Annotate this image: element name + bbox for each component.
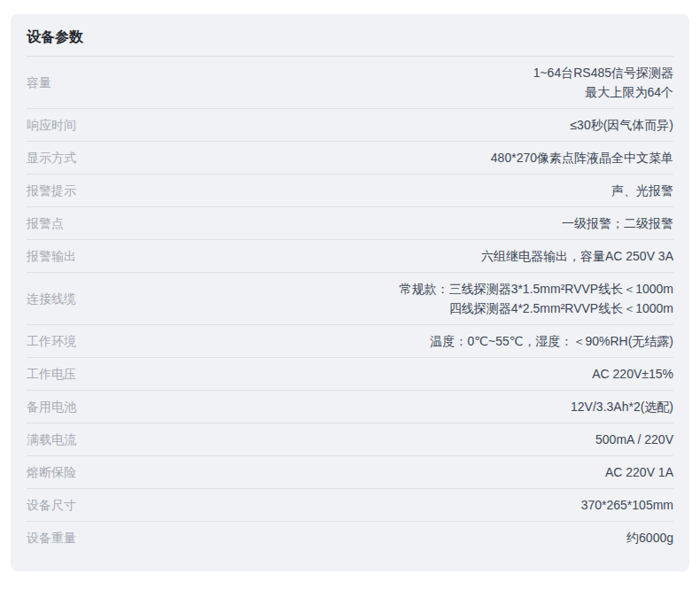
spec-value: 370*265*105mm [76,495,673,515]
spec-label: 满载电流 [27,430,76,449]
spec-value-line: 12V/3.3Ah*2(选配) [76,397,673,416]
spec-label: 显示方式 [27,148,76,167]
spec-label: 工作电压 [27,364,76,384]
device-parameters-card: 设备参数 容量 1~64台RS485信号探测器 最大上限为64个 响应时间 ≤3… [11,14,689,571]
spec-value: ≤30秒(因气体而异) [76,115,673,135]
spec-label: 响应时间 [27,115,76,135]
spec-label: 设备重量 [27,528,76,547]
spec-value: 500mA / 220V [76,430,673,449]
spec-value-line: ≤30秒(因气体而异) [76,115,673,135]
spec-value: 12V/3.3Ah*2(选配) [76,397,673,416]
spec-row-response-time: 响应时间 ≤30秒(因气体而异) [27,109,673,142]
spec-value-line: AC 220V±15% [76,364,673,384]
spec-value: AC 220V±15% [76,364,673,384]
spec-row-cables: 连接线缆 常规款：三线探测器3*1.5mm²RVVP线长＜1000m 四线探测器… [27,273,673,325]
spec-value: 常规款：三线探测器3*1.5mm²RVVP线长＜1000m 四线探测器4*2.5… [76,279,673,318]
spec-row-working-environment: 工作环境 温度：0℃~55℃，湿度：＜90%RH(无结露) [27,325,673,358]
spec-value-line: 声、光报警 [76,181,673,200]
spec-label: 连接线缆 [27,289,76,308]
spec-row-display-mode: 显示方式 480*270像素点阵液晶全中文菜单 [27,142,673,175]
spec-row-alarm-prompt: 报警提示 声、光报警 [27,175,673,207]
spec-value-line: 常规款：三线探测器3*1.5mm²RVVP线长＜1000m [76,279,673,299]
spec-value: 温度：0℃~55℃，湿度：＜90%RH(无结露) [76,331,673,351]
spec-value-line: 500mA / 220V [76,430,673,449]
spec-label: 设备尺寸 [27,495,76,515]
spec-value-line: AC 220V 1A [76,462,673,482]
spec-value-line: 最大上限为64个 [51,82,673,102]
spec-row-capacity: 容量 1~64台RS485信号探测器 最大上限为64个 [27,57,673,109]
spec-value: 480*270像素点阵液晶全中文菜单 [76,148,673,167]
spec-value-line: 六组继电器输出，容量AC 250V 3A [76,246,673,266]
spec-row-full-load-current: 满载电流 500mA / 220V [27,423,673,456]
section-title: 设备参数 [27,23,673,57]
spec-row-device-weight: 设备重量 约6000g [27,522,673,554]
spec-row-alarm-output: 报警输出 六组继电器输出，容量AC 250V 3A [27,240,673,273]
spec-value: AC 220V 1A [76,462,673,482]
spec-label: 备用电池 [27,397,76,416]
spec-label: 工作环境 [27,331,76,351]
spec-value: 六组继电器输出，容量AC 250V 3A [76,246,673,266]
spec-value-line: 温度：0℃~55℃，湿度：＜90%RH(无结露) [76,331,673,351]
spec-label: 熔断保险 [27,462,76,482]
spec-value-line: 约6000g [76,528,673,547]
spec-label: 报警输出 [27,246,76,266]
spec-row-device-size: 设备尺寸 370*265*105mm [27,489,673,522]
spec-label: 容量 [27,73,51,92]
spec-value: 约6000g [76,528,673,547]
spec-value-line: 480*270像素点阵液晶全中文菜单 [76,148,673,167]
spec-row-fuse: 熔断保险 AC 220V 1A [27,456,673,489]
spec-label: 报警提示 [27,181,76,200]
spec-value-line: 一级报警；二级报警 [64,213,673,233]
spec-row-backup-battery: 备用电池 12V/3.3Ah*2(选配) [27,391,673,423]
spec-value-line: 1~64台RS485信号探测器 [51,63,673,82]
spec-value-line: 370*265*105mm [76,495,673,515]
spec-row-alarm-points: 报警点 一级报警；二级报警 [27,207,673,240]
spec-label: 报警点 [27,213,64,233]
spec-value: 一级报警；二级报警 [64,213,673,233]
spec-value: 1~64台RS485信号探测器 最大上限为64个 [51,63,673,102]
spec-value: 声、光报警 [76,181,673,200]
spec-row-working-voltage: 工作电压 AC 220V±15% [27,358,673,391]
spec-value-line: 四线探测器4*2.5mm²RVVP线长＜1000m [76,299,673,318]
